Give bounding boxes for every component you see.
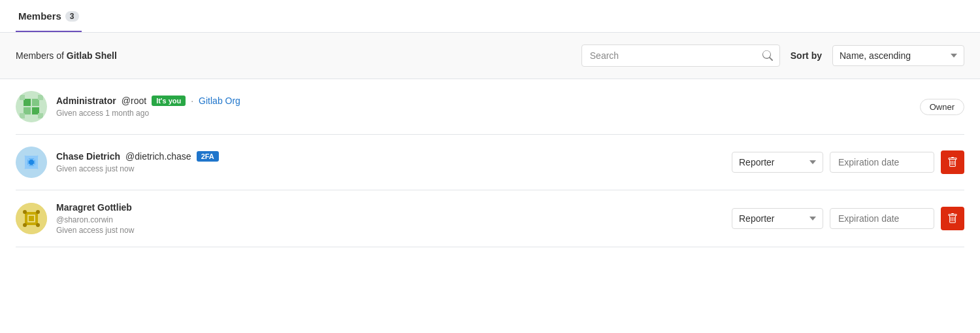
filter-group-name: Gitlab Shell (67, 50, 117, 61)
tab-members[interactable]: Members 3 (16, 0, 82, 32)
svg-point-20 (23, 210, 27, 214)
member-name-row: Maragret Gottlieb (56, 202, 732, 213)
member-info: Chase Dietrich @dietrich.chase 2FA Given… (56, 151, 732, 173)
role-select[interactable]: Reporter Developer Maintainer Guest Owne… (732, 152, 823, 173)
page-container: Members 3 Members of Gitlab Shell Sort b… (0, 0, 980, 333)
svg-rect-7 (20, 113, 25, 118)
tabs-bar: Members 3 (0, 0, 980, 33)
search-box (581, 44, 780, 67)
member-actions: Reporter Developer Maintainer Guest Owne… (732, 150, 964, 174)
tab-members-label: Members (18, 10, 61, 22)
member-username: @dietrich.chase (125, 151, 191, 162)
avatar-image (16, 91, 47, 122)
member-name-row: Administrator @root It's you · Gitlab Or… (56, 96, 920, 106)
svg-rect-6 (38, 95, 43, 100)
svg-point-15 (29, 160, 34, 165)
role-badge: Owner (920, 99, 964, 115)
avatar (16, 203, 47, 234)
member-info: Administrator @root It's you · Gitlab Or… (56, 96, 920, 118)
badge-its-you: It's you (152, 96, 186, 106)
svg-point-21 (36, 210, 40, 214)
filter-bar-controls: Sort by Name, ascending Name, descending… (581, 44, 964, 67)
search-button[interactable] (756, 45, 779, 66)
filter-description-prefix: Members of (16, 50, 64, 61)
avatar (16, 147, 47, 178)
role-select[interactable]: Reporter Developer Maintainer Guest Owne… (732, 208, 823, 229)
trash-icon (947, 213, 958, 224)
table-row: Administrator @root It's you · Gitlab Or… (16, 79, 964, 135)
svg-rect-19 (29, 216, 34, 221)
badge-2fa: 2FA (197, 151, 219, 162)
member-name: Maragret Gottlieb (56, 202, 132, 213)
expiry-date-input[interactable] (830, 152, 934, 173)
member-access-time: Given access just now (56, 226, 732, 235)
svg-rect-5 (20, 95, 25, 100)
avatar-image (16, 203, 47, 234)
filter-bar: Members of Gitlab Shell Sort by Name, as… (0, 33, 980, 79)
member-dot: · (191, 96, 193, 106)
avatar-image (16, 147, 47, 178)
member-info: Maragret Gottlieb @sharon.corwin Given a… (56, 202, 732, 235)
expiry-date-input[interactable] (830, 208, 934, 229)
delete-member-button[interactable] (941, 207, 964, 230)
svg-point-22 (23, 223, 27, 227)
table-row: Chase Dietrich @dietrich.chase 2FA Given… (16, 135, 964, 190)
avatar (16, 91, 47, 122)
member-username: @root (122, 96, 146, 106)
svg-point-23 (36, 223, 40, 227)
trash-icon (947, 157, 958, 167)
member-actions: Owner (920, 99, 964, 115)
members-list: Administrator @root It's you · Gitlab Or… (0, 79, 980, 247)
tab-members-count: 3 (65, 11, 79, 22)
filter-bar-description: Members of Gitlab Shell (16, 50, 117, 61)
table-row: Maragret Gottlieb @sharon.corwin Given a… (16, 190, 964, 247)
member-actions: Reporter Developer Maintainer Guest Owne… (732, 207, 964, 230)
svg-rect-8 (38, 113, 43, 118)
search-icon (762, 50, 773, 61)
member-name: Chase Dietrich (56, 151, 120, 162)
member-name-row: Chase Dietrich @dietrich.chase 2FA (56, 151, 732, 162)
sort-label: Sort by (791, 50, 822, 61)
sort-select[interactable]: Name, ascending Name, descending Access … (832, 45, 964, 66)
member-name: Administrator (56, 96, 116, 106)
search-input[interactable] (582, 45, 756, 66)
member-org-link[interactable]: Gitlab Org (199, 96, 240, 106)
member-username-secondary: @sharon.corwin (56, 215, 732, 224)
member-access-time: Given access 1 month ago (56, 109, 920, 118)
delete-member-button[interactable] (941, 150, 964, 174)
member-access-time: Given access just now (56, 164, 732, 173)
